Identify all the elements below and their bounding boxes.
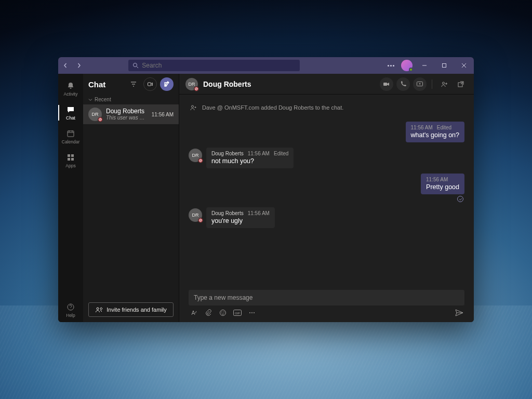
invite-button[interactable]: Invite friends and family	[88, 302, 174, 317]
message-text: what's going on?	[411, 131, 459, 139]
chat-row[interactable]: DR Doug Roberts This user was blocked 11…	[83, 104, 179, 124]
add-people-button[interactable]	[437, 77, 451, 91]
search-input[interactable]	[142, 62, 296, 69]
conversation-title: Doug Roberts	[203, 80, 375, 88]
avatar: DR	[185, 78, 198, 90]
chat-row-preview: This user was blocked	[106, 115, 148, 121]
message-list[interactable]: Dave @ OnMSFT.com added Doug Roberts to …	[179, 95, 474, 287]
svg-point-21	[224, 312, 224, 312]
avatar: DR	[189, 149, 202, 162]
message-text: Pretty good	[426, 183, 459, 191]
svg-point-14	[443, 82, 445, 84]
rail-item-apps[interactable]: Apps	[58, 149, 83, 172]
message-incoming[interactable]: DR Doug Roberts 11:56 AM Edited not much…	[189, 148, 382, 168]
message-edited-label: Edited	[274, 151, 288, 156]
section-label-text: Recent	[95, 97, 111, 102]
popout-button[interactable]	[454, 77, 468, 91]
profile-button[interactable]	[401, 60, 413, 71]
avatar: DR	[88, 108, 102, 121]
svg-rect-4	[71, 154, 74, 157]
more-compose-button[interactable]	[248, 309, 256, 317]
system-message-text: Dave @ OnMSFT.com added Doug Roberts to …	[202, 104, 343, 111]
search-icon	[132, 62, 139, 69]
apps-icon	[66, 153, 75, 162]
person-add-icon	[189, 103, 198, 112]
message-text: not much you?	[211, 157, 288, 165]
format-button[interactable]	[190, 309, 198, 317]
svg-text:GIF: GIF	[235, 312, 240, 315]
message-edited-label: Edited	[437, 125, 451, 130]
blocked-icon	[198, 218, 203, 223]
search-box[interactable]	[128, 60, 300, 71]
rail-label: Calendar	[62, 139, 80, 144]
message-text: you're ugly	[211, 217, 270, 224]
minimize-button[interactable]	[417, 57, 432, 74]
maximize-button[interactable]	[436, 57, 452, 74]
more-menu-button[interactable]	[385, 65, 397, 66]
nav-forward-button[interactable]	[74, 60, 84, 71]
app-rail: Activity Chat Calendar Apps	[58, 74, 83, 322]
svg-point-0	[134, 63, 137, 67]
system-message: Dave @ OnMSFT.com added Doug Roberts to …	[189, 103, 464, 112]
message-time: 11:56 AM	[248, 151, 270, 156]
emoji-button[interactable]	[219, 309, 227, 317]
screen-share-button[interactable]	[413, 77, 427, 91]
new-chat-button[interactable]	[160, 77, 174, 91]
invite-label: Invite friends and family	[107, 307, 167, 313]
chat-icon	[66, 105, 75, 114]
message-sender: Doug Roberts	[211, 210, 244, 216]
svg-rect-12	[383, 83, 387, 86]
section-recent[interactable]: Recent	[83, 95, 179, 104]
rail-item-activity[interactable]: Activity	[58, 77, 83, 101]
audio-call-button[interactable]	[396, 77, 410, 91]
chat-row-time: 11:56 AM	[152, 112, 174, 117]
conversation-pane: DR Doug Roberts	[179, 74, 474, 322]
composer: Type a new message GIF	[179, 287, 474, 322]
svg-rect-5	[68, 158, 70, 161]
chevron-down-icon	[88, 98, 92, 102]
compose-input[interactable]: Type a new message	[189, 290, 464, 305]
message-time: 11:56 AM	[411, 125, 433, 130]
svg-point-25	[251, 312, 252, 313]
rail-label: Activity	[64, 91, 78, 97]
rail-item-chat[interactable]: Chat	[58, 101, 83, 125]
svg-point-26	[254, 312, 255, 313]
svg-rect-2	[68, 131, 74, 137]
message-outgoing[interactable]: 11:56 AM Pretty good	[421, 174, 464, 194]
rail-label: Chat	[66, 115, 75, 121]
chat-row-name: Doug Roberts	[106, 108, 148, 115]
send-button[interactable]	[455, 309, 463, 317]
conversation-header: DR Doug Roberts	[179, 74, 474, 95]
attach-button[interactable]	[204, 309, 212, 317]
svg-rect-3	[68, 154, 70, 157]
gif-button[interactable]: GIF	[233, 309, 242, 317]
close-button[interactable]	[456, 57, 472, 74]
rail-label: Help	[66, 313, 75, 318]
message-outgoing[interactable]: 11:56 AM Edited what's going on?	[406, 122, 464, 142]
nav-back-button[interactable]	[60, 60, 71, 71]
rail-label: Apps	[65, 163, 75, 168]
avatar: DR	[189, 208, 202, 222]
filter-button[interactable]	[127, 77, 140, 91]
svg-rect-8	[148, 83, 151, 86]
help-icon	[66, 302, 75, 312]
blocked-icon	[198, 158, 203, 163]
meet-now-button[interactable]	[143, 77, 157, 91]
message-time: 11:56 AM	[248, 210, 270, 216]
svg-rect-6	[71, 158, 74, 161]
presence-available-icon	[409, 68, 413, 72]
calendar-icon	[66, 129, 75, 138]
compose-placeholder: Type a new message	[194, 294, 252, 301]
svg-point-24	[249, 312, 250, 313]
separator	[432, 79, 432, 89]
svg-point-16	[192, 105, 194, 108]
video-call-button[interactable]	[380, 77, 393, 91]
rail-item-help[interactable]: Help	[58, 298, 83, 322]
bell-icon	[66, 81, 75, 90]
svg-rect-1	[442, 64, 446, 68]
rail-item-calendar[interactable]: Calendar	[58, 125, 83, 149]
blocked-icon	[98, 117, 103, 122]
chat-list-title: Chat	[88, 80, 124, 89]
read-receipt-icon	[457, 196, 463, 202]
message-incoming[interactable]: DR Doug Roberts 11:56 AM you're ugly	[189, 207, 382, 228]
